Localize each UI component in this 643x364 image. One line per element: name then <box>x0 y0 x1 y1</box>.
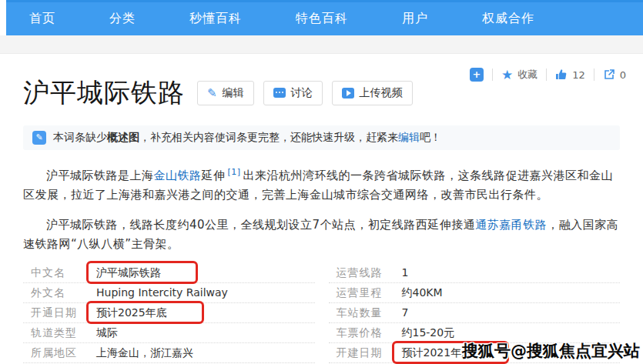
upload-video-button[interactable]: 上传视频 <box>332 81 413 105</box>
info-value: 约15-20元 <box>402 326 455 339</box>
info-value: 预计2025年底 <box>96 306 167 319</box>
sub-band <box>0 35 643 54</box>
like-count: 12 <box>572 69 585 81</box>
divider <box>594 68 594 81</box>
info-cell-chinese-name: 中文名 沪平城际铁路 <box>23 263 315 283</box>
favorite-label: 收藏 <box>517 68 538 82</box>
info-value: Huping Intercity Railway <box>96 286 228 299</box>
page-title: 沪平城际铁路 <box>23 77 185 109</box>
pencil-badge-icon: ✎ <box>32 131 46 145</box>
summary-paragraph-2: 沪平城际铁路，线路长度约40公里，全线规划设立7个站点，初定线路西延伸接通通苏嘉… <box>23 215 620 254</box>
info-value: 城际 <box>96 326 118 339</box>
info-label: 车站数量 <box>337 306 402 319</box>
info-label: 所属地区 <box>31 346 96 359</box>
share-button[interactable]: 0 <box>603 68 626 81</box>
nav-item-miaodong-baike[interactable]: 秒懂百科 <box>189 11 242 27</box>
info-cell-operating-mileage: 运营里程 约40KM <box>329 283 621 303</box>
info-label: 轨道类型 <box>31 326 96 339</box>
video-play-icon <box>342 88 354 99</box>
missing-overview-notice: ✎ 本词条缺少概述图，补充相关内容使词条更完整，还能快速升级，赶紧来编辑吧！ <box>23 125 620 150</box>
notice-text: 本词条缺少概述图，补充相关内容使词条更完整，还能快速升级，赶紧来编辑吧！ <box>53 131 441 145</box>
discuss-button-label: 讨论 <box>291 86 313 100</box>
info-cell-foreign-name: 外文名 Huping Intercity Railway <box>23 283 315 303</box>
upload-video-button-label: 上传视频 <box>360 86 403 100</box>
info-label: 车票价格 <box>337 326 402 339</box>
star-icon: ★ <box>501 68 513 82</box>
info-cell-station-count: 车站数量 7 <box>329 303 621 323</box>
page-actions: + ★ 收藏 12 0 <box>470 68 626 82</box>
info-value: 1 <box>402 266 409 279</box>
tongsujiayong-railway-link[interactable]: 通苏嘉甬铁路 <box>475 218 547 232</box>
info-value: 约40KM <box>402 286 443 299</box>
info-value: 7 <box>402 306 409 319</box>
nav-item-featured-baike[interactable]: 特色百科 <box>296 11 348 27</box>
nav-item-home[interactable]: 首页 <box>29 11 55 27</box>
nav-item-user[interactable]: 用户 <box>402 11 428 27</box>
info-cell-opening-date: 开通日期 预计2025年底 <box>23 303 315 323</box>
nav-item-category[interactable]: 分类 <box>109 11 136 27</box>
divider <box>546 68 547 81</box>
watermark: 搜狐号@搜狐焦点宜兴站 <box>462 340 640 362</box>
like-button[interactable]: 12 <box>555 68 585 81</box>
nav-item-authority-cooperation[interactable]: 权威合作 <box>482 11 534 27</box>
pencil-icon: ✎ <box>207 87 217 99</box>
add-icon[interactable]: + <box>470 68 484 82</box>
info-value: 上海金山，浙江嘉兴 <box>96 346 193 359</box>
info-label: 运营里程 <box>337 286 402 299</box>
share-count: 0 <box>620 69 626 81</box>
thumbs-up-icon <box>555 68 568 81</box>
favorite-button[interactable]: ★ 收藏 <box>501 68 538 82</box>
top-navigation: 首页 分类 秒懂百科 特色百科 用户 权威合作 <box>6 0 643 35</box>
notice-edit-link[interactable]: 编辑 <box>398 131 420 143</box>
info-label: 开建日期 <box>337 346 402 359</box>
article-content: + ★ 收藏 12 0 沪平城际铁路 ✎ 编辑 讨论 上传视频 <box>0 54 643 363</box>
info-label: 运营线路 <box>337 266 402 279</box>
share-icon <box>603 68 615 81</box>
edit-button[interactable]: ✎ 编辑 <box>197 81 254 105</box>
discuss-button[interactable]: 讨论 <box>263 81 323 105</box>
reference-1-link[interactable]: [1] <box>228 167 241 177</box>
comment-icon <box>273 88 286 98</box>
info-label: 外文名 <box>31 286 96 299</box>
divider <box>492 68 493 81</box>
article-summary: 沪平城际铁路是上海金山铁路延伸[1]出来沿杭州湾环线的一条跨省城际铁路，这条线路… <box>23 162 620 254</box>
info-label: 开通日期 <box>31 306 96 319</box>
info-value: 沪平城际铁路 <box>96 266 161 279</box>
info-cell-region: 所属地区 上海金山，浙江嘉兴 <box>23 343 315 363</box>
info-label: 中文名 <box>31 266 96 279</box>
info-cell-operating-lines: 运营线路 1 <box>329 263 621 283</box>
info-cell-track-type: 轨道类型 城际 <box>23 323 315 343</box>
edit-button-label: 编辑 <box>223 86 244 100</box>
jinshan-railway-link[interactable]: 金山铁路 <box>154 169 202 182</box>
summary-paragraph-1: 沪平城际铁路是上海金山铁路延伸[1]出来沿杭州湾环线的一条跨省城际铁路，这条线路… <box>23 162 620 205</box>
